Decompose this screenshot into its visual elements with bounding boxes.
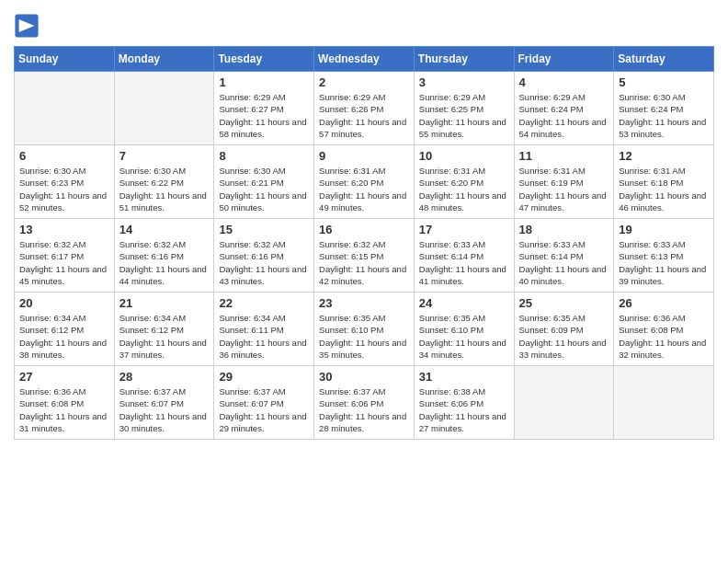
calendar-cell: 3Sunrise: 6:29 AM Sunset: 6:25 PM Daylig… — [414, 72, 514, 145]
calendar-cell: 9Sunrise: 6:31 AM Sunset: 6:20 PM Daylig… — [314, 145, 415, 219]
day-info: Sunrise: 6:37 AM Sunset: 6:06 PM Dayligh… — [319, 385, 409, 434]
calendar-cell: 31Sunrise: 6:38 AM Sunset: 6:06 PM Dayli… — [414, 366, 514, 440]
day-info: Sunrise: 6:33 AM Sunset: 6:14 PM Dayligh… — [519, 238, 609, 287]
day-info: Sunrise: 6:36 AM Sunset: 6:08 PM Dayligh… — [619, 312, 709, 361]
calendar-cell: 27Sunrise: 6:36 AM Sunset: 6:08 PM Dayli… — [15, 366, 115, 440]
day-number: 24 — [419, 296, 509, 310]
day-number: 16 — [319, 223, 409, 236]
day-number: 12 — [619, 149, 709, 163]
calendar-week-row: 1Sunrise: 6:29 AM Sunset: 6:27 PM Daylig… — [15, 72, 714, 145]
day-info: Sunrise: 6:32 AM Sunset: 6:17 PM Dayligh… — [19, 238, 109, 287]
day-number: 9 — [319, 149, 409, 163]
calendar-cell: 29Sunrise: 6:37 AM Sunset: 6:07 PM Dayli… — [214, 366, 314, 440]
column-header-thursday: Thursday — [414, 47, 514, 72]
calendar-cell — [114, 72, 214, 145]
calendar-cell: 13Sunrise: 6:32 AM Sunset: 6:17 PM Dayli… — [15, 219, 115, 293]
day-info: Sunrise: 6:30 AM Sunset: 6:23 PM Dayligh… — [19, 165, 109, 213]
calendar-cell: 20Sunrise: 6:34 AM Sunset: 6:12 PM Dayli… — [15, 293, 115, 366]
day-number: 23 — [319, 296, 409, 310]
day-number: 2 — [319, 75, 409, 89]
calendar-week-row: 20Sunrise: 6:34 AM Sunset: 6:12 PM Dayli… — [15, 293, 714, 366]
day-number: 7 — [119, 149, 210, 163]
day-info: Sunrise: 6:31 AM Sunset: 6:20 PM Dayligh… — [319, 165, 409, 213]
calendar-cell: 10Sunrise: 6:31 AM Sunset: 6:20 PM Dayli… — [414, 145, 514, 219]
calendar-cell: 22Sunrise: 6:34 AM Sunset: 6:11 PM Dayli… — [214, 293, 314, 366]
day-info: Sunrise: 6:29 AM Sunset: 6:24 PM Dayligh… — [519, 91, 609, 140]
column-header-saturday: Saturday — [614, 47, 714, 72]
day-number: 10 — [419, 149, 509, 163]
day-info: Sunrise: 6:29 AM Sunset: 6:27 PM Dayligh… — [219, 91, 309, 140]
calendar-week-row: 6Sunrise: 6:30 AM Sunset: 6:23 PM Daylig… — [15, 145, 714, 219]
day-number: 29 — [219, 370, 309, 384]
day-info: Sunrise: 6:36 AM Sunset: 6:08 PM Dayligh… — [19, 385, 109, 434]
day-number: 31 — [419, 370, 509, 384]
day-info: Sunrise: 6:32 AM Sunset: 6:16 PM Dayligh… — [219, 238, 309, 287]
calendar-cell: 18Sunrise: 6:33 AM Sunset: 6:14 PM Dayli… — [514, 219, 614, 293]
day-info: Sunrise: 6:37 AM Sunset: 6:07 PM Dayligh… — [219, 385, 309, 434]
day-number: 26 — [619, 296, 709, 310]
column-header-tuesday: Tuesday — [214, 47, 314, 72]
day-number: 3 — [419, 75, 509, 89]
calendar-cell: 19Sunrise: 6:33 AM Sunset: 6:13 PM Dayli… — [614, 219, 714, 293]
day-info: Sunrise: 6:33 AM Sunset: 6:14 PM Dayligh… — [419, 238, 509, 287]
calendar-cell: 12Sunrise: 6:31 AM Sunset: 6:18 PM Dayli… — [614, 145, 714, 219]
calendar-cell: 6Sunrise: 6:30 AM Sunset: 6:23 PM Daylig… — [15, 145, 115, 219]
day-info: Sunrise: 6:35 AM Sunset: 6:09 PM Dayligh… — [519, 312, 609, 361]
column-header-friday: Friday — [514, 47, 614, 72]
day-info: Sunrise: 6:30 AM Sunset: 6:22 PM Dayligh… — [119, 165, 210, 213]
page-header — [14, 9, 714, 39]
day-number: 5 — [619, 75, 709, 89]
calendar-cell: 7Sunrise: 6:30 AM Sunset: 6:22 PM Daylig… — [114, 145, 214, 219]
calendar-cell: 16Sunrise: 6:32 AM Sunset: 6:15 PM Dayli… — [314, 219, 415, 293]
calendar-cell: 26Sunrise: 6:36 AM Sunset: 6:08 PM Dayli… — [614, 293, 714, 366]
day-number: 30 — [319, 370, 409, 384]
day-number: 14 — [119, 223, 210, 236]
calendar-cell: 1Sunrise: 6:29 AM Sunset: 6:27 PM Daylig… — [214, 72, 314, 145]
day-info: Sunrise: 6:31 AM Sunset: 6:20 PM Dayligh… — [419, 165, 509, 213]
day-number: 13 — [19, 223, 109, 236]
day-info: Sunrise: 6:31 AM Sunset: 6:19 PM Dayligh… — [519, 165, 609, 213]
day-info: Sunrise: 6:33 AM Sunset: 6:13 PM Dayligh… — [619, 238, 709, 287]
calendar-cell: 24Sunrise: 6:35 AM Sunset: 6:10 PM Dayli… — [414, 293, 514, 366]
day-number: 19 — [619, 223, 709, 236]
day-number: 4 — [519, 75, 609, 89]
calendar-cell: 14Sunrise: 6:32 AM Sunset: 6:16 PM Dayli… — [114, 219, 214, 293]
day-info: Sunrise: 6:29 AM Sunset: 6:26 PM Dayligh… — [319, 91, 409, 140]
logo — [14, 13, 43, 39]
day-number: 25 — [519, 296, 609, 310]
day-info: Sunrise: 6:32 AM Sunset: 6:16 PM Dayligh… — [119, 238, 210, 287]
calendar-cell — [514, 366, 614, 440]
day-info: Sunrise: 6:38 AM Sunset: 6:06 PM Dayligh… — [419, 385, 509, 434]
calendar-cell: 11Sunrise: 6:31 AM Sunset: 6:19 PM Dayli… — [514, 145, 614, 219]
day-info: Sunrise: 6:34 AM Sunset: 6:12 PM Dayligh… — [119, 312, 210, 361]
day-info: Sunrise: 6:35 AM Sunset: 6:10 PM Dayligh… — [419, 312, 509, 361]
day-info: Sunrise: 6:30 AM Sunset: 6:21 PM Dayligh… — [219, 165, 309, 213]
calendar-cell: 21Sunrise: 6:34 AM Sunset: 6:12 PM Dayli… — [114, 293, 214, 366]
calendar-table: SundayMondayTuesdayWednesdayThursdayFrid… — [14, 46, 714, 440]
day-info: Sunrise: 6:34 AM Sunset: 6:11 PM Dayligh… — [219, 312, 309, 361]
day-number: 1 — [219, 75, 309, 89]
day-info: Sunrise: 6:31 AM Sunset: 6:18 PM Dayligh… — [619, 165, 709, 213]
calendar-cell: 28Sunrise: 6:37 AM Sunset: 6:07 PM Dayli… — [114, 366, 214, 440]
day-number: 28 — [119, 370, 210, 384]
day-number: 17 — [419, 223, 509, 236]
column-header-wednesday: Wednesday — [314, 47, 415, 72]
calendar-cell — [15, 72, 115, 145]
logo-icon — [14, 13, 40, 39]
calendar-cell: 2Sunrise: 6:29 AM Sunset: 6:26 PM Daylig… — [314, 72, 415, 145]
day-info: Sunrise: 6:34 AM Sunset: 6:12 PM Dayligh… — [19, 312, 109, 361]
day-info: Sunrise: 6:32 AM Sunset: 6:15 PM Dayligh… — [319, 238, 409, 287]
calendar-cell: 15Sunrise: 6:32 AM Sunset: 6:16 PM Dayli… — [214, 219, 314, 293]
day-number: 18 — [519, 223, 609, 236]
day-number: 22 — [219, 296, 309, 310]
calendar-week-row: 13Sunrise: 6:32 AM Sunset: 6:17 PM Dayli… — [15, 219, 714, 293]
column-header-sunday: Sunday — [15, 47, 115, 72]
calendar-cell: 25Sunrise: 6:35 AM Sunset: 6:09 PM Dayli… — [514, 293, 614, 366]
day-number: 20 — [19, 296, 109, 310]
day-number: 15 — [219, 223, 309, 236]
calendar-cell — [614, 366, 714, 440]
day-number: 11 — [519, 149, 609, 163]
day-number: 27 — [19, 370, 109, 384]
calendar-week-row: 27Sunrise: 6:36 AM Sunset: 6:08 PM Dayli… — [15, 366, 714, 440]
day-number: 6 — [19, 149, 109, 163]
